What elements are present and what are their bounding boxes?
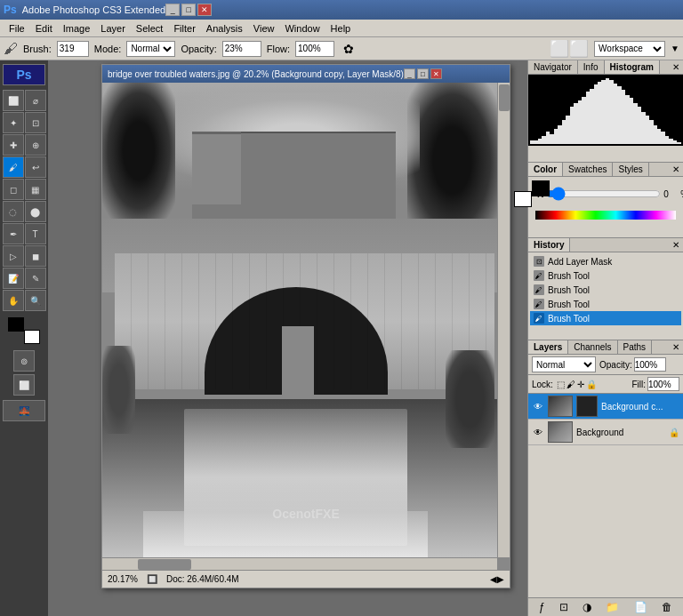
doc-title-text: bridge over troubled waters.jpg @ 20.2% … [108, 69, 404, 79]
delete-layer-btn[interactable]: 🗑 [659, 600, 675, 614]
marquee-tool[interactable]: ⬜ [3, 90, 24, 111]
history-brush-tool[interactable]: ↩ [25, 156, 46, 178]
layer-item-0[interactable]: 👁 Background c... [528, 394, 683, 420]
new-fill-layer-btn[interactable]: ◑ [580, 600, 594, 614]
workspace-arrow[interactable]: ▼ [671, 44, 679, 53]
tab-info[interactable]: Info [578, 60, 605, 74]
history-item-3[interactable]: 🖌 Brush Tool [530, 297, 681, 311]
background-color-box[interactable] [514, 191, 532, 207]
text-tool[interactable]: T [25, 223, 46, 244]
tab-histogram[interactable]: Histogram [605, 60, 660, 74]
menu-edit[interactable]: Edit [30, 21, 58, 36]
magic-wand-tool[interactable]: ✦ [3, 112, 24, 133]
menu-image[interactable]: Image [58, 21, 96, 36]
menu-window[interactable]: Window [279, 21, 325, 36]
layer-eye-0[interactable]: 👁 [532, 400, 544, 412]
flow-input[interactable] [295, 41, 334, 57]
menu-view[interactable]: View [248, 21, 280, 36]
tab-navigator[interactable]: Navigator [528, 60, 578, 74]
lock-paint-icon[interactable]: 🖌 [566, 380, 575, 389]
workspace-select[interactable]: Workspace [594, 41, 665, 57]
go-to-bridge[interactable]: 🌉 [3, 400, 45, 421]
path-selection-tool[interactable]: ▷ [3, 245, 24, 267]
tab-paths[interactable]: Paths [618, 340, 653, 354]
opacity-value-input[interactable] [634, 357, 666, 372]
add-mask-btn[interactable]: ⊡ [557, 600, 571, 614]
lock-transparent-icon[interactable]: ⬚ [557, 380, 565, 389]
zoom-tool[interactable]: 🔍 [25, 290, 46, 311]
layers-panel-close[interactable]: ✕ [669, 340, 683, 354]
bridge-btn[interactable]: 🌉 [3, 400, 45, 421]
doc-close[interactable]: ✕ [430, 68, 442, 79]
menu-analysis[interactable]: Analysis [201, 21, 248, 36]
blur-tool[interactable]: ◌ [3, 201, 24, 222]
history-item-2[interactable]: 🖌 Brush Tool [530, 283, 681, 297]
menu-filter[interactable]: Filter [168, 21, 200, 36]
histogram-canvas [528, 75, 683, 146]
top-panel-close[interactable]: ✕ [669, 60, 683, 74]
brush-size-input[interactable] [57, 41, 89, 57]
history-item-4[interactable]: 🖌 Brush Tool [530, 311, 681, 325]
dodge-tool[interactable]: ⬤ [25, 201, 46, 222]
shape-tool[interactable]: ◼ [25, 245, 46, 267]
tab-color[interactable]: Color [528, 163, 563, 176]
rainbow-color-bar[interactable] [535, 211, 676, 220]
lock-all-icon[interactable]: 🔒 [586, 380, 597, 389]
screen-modes: ⬜ [13, 374, 35, 396]
gradient-tool[interactable]: ▦ [25, 179, 46, 200]
layer-eye-1[interactable]: 👁 [532, 426, 544, 438]
screen-mode-btn[interactable]: ⬜ [13, 374, 35, 396]
fill-value-input[interactable] [647, 377, 679, 391]
lasso-tool[interactable]: ⌀ [25, 90, 46, 111]
color-panel-close[interactable]: ✕ [669, 163, 683, 176]
eraser-tool[interactable]: ◻ [3, 179, 24, 200]
tab-layers[interactable]: Layers [528, 340, 568, 354]
history-item-0[interactable]: ⊡ Add Layer Mask [530, 254, 681, 268]
blend-mode-select[interactable]: Normal [532, 356, 596, 372]
maximize-button[interactable]: □ [181, 4, 196, 16]
menu-bar: File Edit Image Layer Select Filter Anal… [0, 20, 683, 37]
document-canvas[interactable]: OcenotFXE [102, 83, 510, 570]
foreground-color-box[interactable] [532, 180, 550, 196]
tab-swatches[interactable]: Swatches [563, 163, 613, 176]
background-color[interactable] [24, 330, 40, 344]
doc-maximize[interactable]: □ [417, 68, 429, 79]
hand-tool[interactable]: ✋ [3, 290, 24, 311]
menu-layer[interactable]: Layer [95, 21, 131, 36]
new-layer-btn[interactable]: 📄 [631, 600, 650, 614]
window-controls[interactable]: _ □ ✕ [165, 4, 212, 16]
brush-tool[interactable]: 🖌 [3, 156, 24, 178]
close-button[interactable]: ✕ [197, 4, 212, 16]
add-layer-style-btn[interactable]: ƒ [536, 600, 548, 614]
opacity-input[interactable] [222, 41, 261, 57]
minimize-button[interactable]: _ [165, 4, 180, 16]
quick-mask-btn[interactable]: ⊚ [13, 350, 35, 372]
history-panel-close[interactable]: ✕ [669, 238, 683, 252]
pen-tool[interactable]: ✒ [3, 223, 24, 244]
clone-stamp-tool[interactable]: ⊕ [25, 134, 46, 156]
doc-minimize[interactable]: _ [404, 68, 415, 79]
tab-styles[interactable]: Styles [613, 163, 648, 176]
new-group-btn[interactable]: 📁 [603, 600, 622, 614]
menu-file[interactable]: File [4, 21, 30, 36]
healing-brush-tool[interactable]: ✚ [3, 134, 24, 156]
layer-item-1[interactable]: 👁 Background 🔒 [528, 420, 683, 445]
history-item-1[interactable]: 🖌 Brush Tool [530, 268, 681, 283]
history-icon-brush-3: 🖌 [534, 299, 544, 309]
eyedropper-tool[interactable]: ✎ [25, 268, 46, 289]
doc-controls[interactable]: _ □ ✕ [404, 68, 442, 79]
quick-mask-mode[interactable]: ⊚ [13, 350, 35, 372]
tab-history[interactable]: History [528, 238, 570, 252]
notes-tool[interactable]: 📝 [3, 268, 24, 289]
k-slider[interactable] [546, 190, 661, 197]
lock-move-icon[interactable]: ✛ [577, 380, 584, 389]
airbrush-icon[interactable]: ✿ [343, 42, 354, 56]
nav-arrows[interactable]: ◀▶ [490, 574, 504, 584]
crop-tool[interactable]: ⊡ [25, 112, 46, 133]
tab-channels[interactable]: Channels [568, 340, 617, 354]
foreground-color[interactable] [8, 317, 24, 332]
right-panels: Navigator Info Histogram ✕ [527, 60, 683, 616]
menu-select[interactable]: Select [131, 21, 169, 36]
menu-help[interactable]: Help [325, 21, 357, 36]
mode-select[interactable]: Normal [126, 41, 175, 57]
